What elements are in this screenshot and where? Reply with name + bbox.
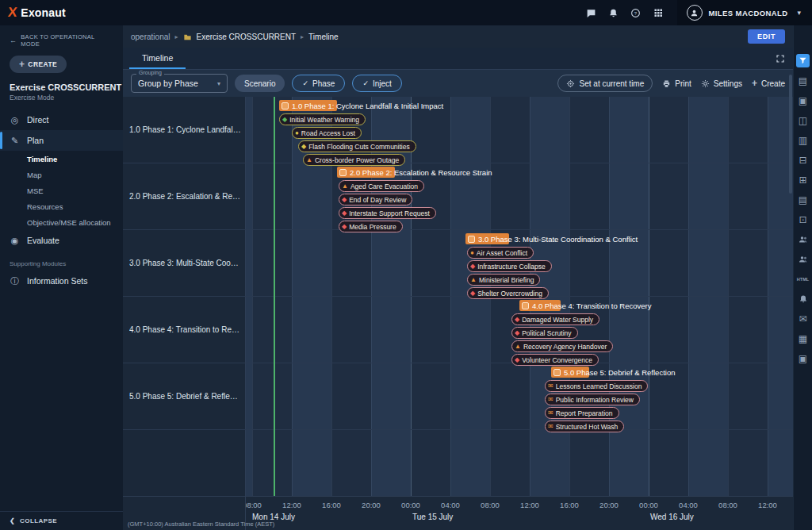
inject-chip[interactable]: ◆Political Scrutiny	[511, 327, 578, 339]
inject-chip[interactable]: ●Air Asset Conflict	[467, 247, 534, 259]
box-icon[interactable]: ⊡	[796, 213, 810, 226]
svg-text:?: ?	[634, 10, 638, 15]
inject-chip[interactable]: ◆Volunteer Convergence	[511, 354, 599, 366]
diamond-icon: ◆	[342, 197, 347, 203]
brand-logo[interactable]: X Exonaut	[0, 5, 66, 21]
user-menu[interactable]: MILES MACDONALD ▾	[677, 0, 812, 25]
sidebar-create-button[interactable]: + CREATE	[10, 56, 67, 73]
bell-icon[interactable]	[603, 0, 625, 25]
back-to-operational-button[interactable]: ← BACK TO OPERATIONAL MODE	[0, 25, 123, 49]
edit-button[interactable]: EDIT	[748, 29, 785, 44]
sidebar-item-mse[interactable]: MSE	[0, 182, 123, 198]
phase-icon	[468, 236, 475, 243]
card-icon[interactable]: ▥	[796, 133, 810, 147]
inject-chip[interactable]: ◆Initial Weather Warning	[279, 113, 366, 125]
image-icon[interactable]: ◫	[796, 113, 810, 127]
users-icon[interactable]	[796, 232, 810, 246]
tab-timeline[interactable]: Timeline	[129, 48, 186, 69]
inject-chip-label: Interstate Support Request	[349, 209, 430, 217]
create-label: Create	[761, 79, 785, 88]
settings-button[interactable]: Settings	[701, 79, 742, 88]
sidebar-item-resources[interactable]: Resources	[0, 198, 123, 214]
inject-chip[interactable]: ●Road Access Lost	[292, 127, 362, 139]
check-icon: ✓	[302, 79, 308, 87]
sidebar-item-information-sets[interactable]: ⓘInformation Sets	[0, 271, 123, 291]
chat-icon[interactable]	[580, 0, 603, 25]
fullscreen-icon[interactable]	[776, 54, 785, 63]
axis-tick-label: 00:00	[639, 501, 658, 509]
inject-chip[interactable]: ◆Infrastructure Collapse	[467, 260, 552, 272]
inject-chip[interactable]: ✉Report Preparation	[545, 407, 619, 419]
user-group-icon[interactable]	[796, 252, 810, 266]
phase-row-label: 1.0 Phase 1: Cyclone Landfall & Initial …	[123, 97, 246, 163]
help-icon[interactable]: ?	[625, 0, 647, 25]
circle-icon: ●	[470, 250, 474, 256]
grouping-value: Group by Phase	[138, 79, 198, 88]
phase-row-label-text: 5.0 Phase 5: Debrief & Reflection	[129, 392, 241, 401]
grouping-label: Grouping	[136, 70, 164, 75]
archive-icon[interactable]: ⊟	[796, 153, 810, 167]
sidebar-item-evaluate[interactable]: ◉Evaluate	[0, 230, 123, 251]
inject-chip[interactable]: ▲Cross-border Power Outage	[303, 154, 405, 166]
inject-chip[interactable]: ◆Interstate Support Request	[339, 207, 436, 219]
mail-icon[interactable]: ✉	[796, 312, 810, 325]
inject-chip[interactable]: ◆Damaged Water Supply	[511, 313, 599, 325]
phase-bar[interactable]: 2.0 Phase 2: Escalation & Resource Strai…	[337, 167, 492, 178]
collapse-button[interactable]: ❮ COLLAPSE	[0, 511, 123, 530]
left-sidebar: ← BACK TO OPERATIONAL MODE + CREATE Exer…	[0, 25, 123, 530]
exercise-mode-label: Exercise Mode	[0, 92, 123, 106]
sidebar-item-direct[interactable]: ◎Direct	[0, 109, 123, 130]
breadcrumb-separator-icon: ▸	[174, 33, 178, 40]
tray-icon[interactable]: ▤	[796, 193, 810, 206]
frame-icon[interactable]: ▣	[796, 94, 810, 107]
collapse-label: COLLAPSE	[20, 517, 57, 524]
inject-chip[interactable]: ◆End of Day Review	[339, 194, 412, 205]
inject-chip[interactable]: ▲Recovery Agency Handover	[511, 340, 613, 352]
timeline-chart[interactable]: 1.0 Phase 1: Cyclone Landfall & Initial …	[246, 97, 793, 496]
triangle-icon: ▲	[342, 183, 348, 190]
back-arrow-icon: ←	[10, 36, 17, 44]
sidebar-item-objective-mse-allocation[interactable]: Objective/MSE allocation	[0, 214, 123, 230]
inject-chip-label: End of Day Review	[349, 196, 406, 204]
clipboard-icon[interactable]: ▣	[796, 351, 810, 365]
filter-icon[interactable]	[796, 54, 810, 67]
document-icon[interactable]: ▤	[796, 74, 810, 87]
print-button[interactable]: Print	[662, 79, 691, 88]
inject-chip[interactable]: ✉Structured Hot Wash	[545, 421, 624, 432]
set-at-current-time-button[interactable]: Set at current time	[557, 75, 653, 92]
create-button[interactable]: + Create	[752, 78, 785, 89]
sidebar-item-plan[interactable]: ✎Plan	[0, 130, 123, 151]
inject-chip[interactable]: ◆Shelter Overcrowding	[467, 287, 549, 299]
chart-icon[interactable]: ▦	[796, 332, 810, 345]
chevron-down-icon: ▾	[217, 80, 220, 87]
grouping-select[interactable]: Grouping Group by Phase ▾	[131, 74, 228, 93]
sidebar-item-timeline[interactable]: Timeline	[0, 151, 123, 167]
phase-row-label: 3.0 Phase 3: Multi-State Coordination & …	[123, 230, 246, 297]
breadcrumb-operational[interactable]: operational	[131, 33, 170, 41]
axis-left: (GMT+10:00) Australian Eastern Standard …	[123, 497, 246, 530]
inject-chip[interactable]: ◆Media Pressure	[339, 221, 403, 232]
vertical-scrollbar[interactable]	[789, 75, 792, 194]
inbox-icon[interactable]: ⊞	[796, 173, 810, 186]
phase-bar[interactable]: 3.0 Phase 3: Multi-State Coordination & …	[465, 233, 638, 244]
phase-bar[interactable]: 1.0 Phase 1: Cyclone Landfall & Initial …	[279, 100, 443, 111]
inject-chip[interactable]: ✉Public Information Review	[545, 394, 640, 405]
phase-bar[interactable]: 4.0 Phase 4: Transition to Recovery	[519, 300, 652, 311]
bell-icon[interactable]	[796, 292, 810, 305]
apps-grid-icon[interactable]	[647, 0, 669, 25]
phase-bar[interactable]: 5.0 Phase 5: Debrief & Reflection	[551, 367, 675, 378]
create-label: CREATE	[28, 60, 57, 68]
inject-chip[interactable]: ◆Flash Flooding Cuts Communities	[298, 140, 416, 152]
inject-chip[interactable]: ✉Lessons Learned Discussion	[545, 380, 648, 392]
breadcrumb-exercise[interactable]: Exercise CROSSCURRENT	[197, 33, 297, 41]
filter-chip-inject[interactable]: ✓ Inject	[352, 75, 401, 92]
sidebar-item-map[interactable]: Map	[0, 167, 123, 182]
filter-chip-scenario[interactable]: Scenario	[235, 75, 285, 92]
phase-bar-label: 3.0 Phase 3: Multi-State Coordination & …	[478, 235, 638, 244]
html-icon[interactable]: HTML	[796, 272, 810, 286]
filter-chip-phase[interactable]: ✓ Phase	[292, 75, 345, 92]
sidebar-item-label: Plan	[27, 136, 44, 145]
inject-chip[interactable]: ▲Aged Care Evacuation	[339, 180, 424, 192]
printer-icon	[662, 79, 671, 88]
inject-chip[interactable]: ▲Ministerial Briefing	[467, 274, 540, 286]
